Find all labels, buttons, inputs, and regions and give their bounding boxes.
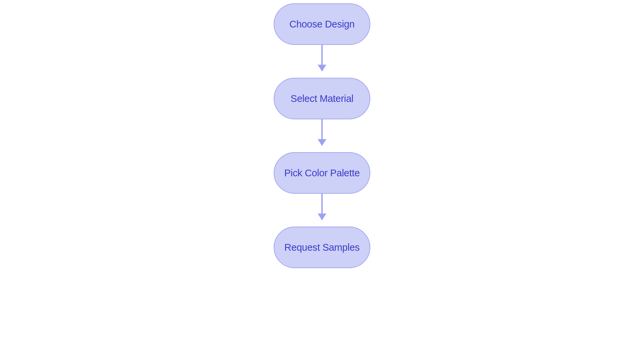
node-label: Choose Design bbox=[289, 19, 355, 30]
node-label: Select Material bbox=[290, 93, 353, 104]
flowchart-node-request-samples: Request Samples bbox=[274, 227, 370, 268]
arrow-down-icon bbox=[318, 65, 326, 71]
node-label: Request Samples bbox=[284, 242, 360, 253]
flowchart-arrow bbox=[321, 119, 323, 145]
flowchart-container: Choose Design Select Material Pick Color… bbox=[274, 3, 370, 268]
flowchart-node-choose-design: Choose Design bbox=[274, 3, 370, 45]
flowchart-arrow bbox=[321, 45, 323, 71]
arrow-down-icon bbox=[318, 214, 326, 220]
flowchart-arrow bbox=[321, 194, 323, 220]
flowchart-node-pick-color-palette: Pick Color Palette bbox=[274, 152, 370, 194]
arrow-down-icon bbox=[318, 139, 326, 146]
flowchart-node-select-material: Select Material bbox=[274, 78, 370, 119]
node-label: Pick Color Palette bbox=[284, 168, 360, 179]
